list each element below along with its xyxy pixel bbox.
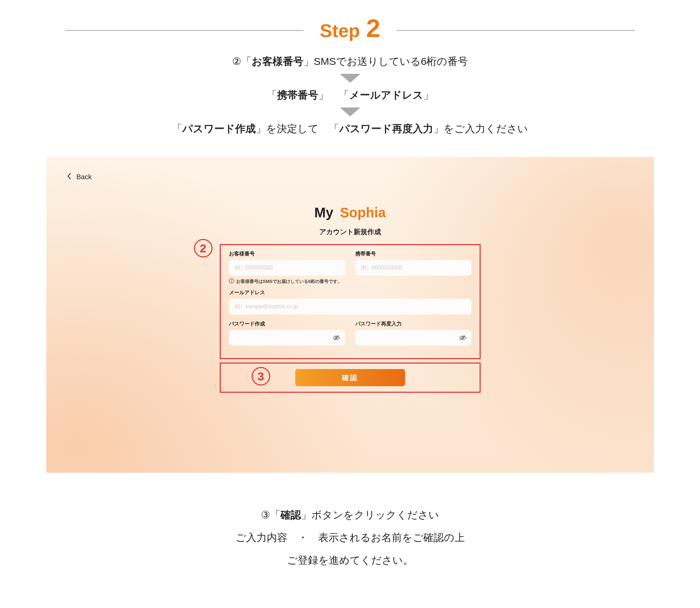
chevron-left-icon	[67, 173, 71, 181]
form-subtitle: アカウント新規作成	[220, 227, 481, 237]
step-label: Step 2	[320, 14, 380, 43]
text: ②「	[232, 56, 252, 67]
callout-3: 3	[252, 367, 270, 386]
back-button[interactable]: Back	[67, 173, 92, 181]
text: 」ボタンをクリックください	[301, 509, 439, 520]
text: 」をご入力ください	[433, 123, 528, 134]
password-field: パスワード作成	[229, 321, 345, 346]
step-word: Step	[320, 20, 360, 41]
phone-field: 携帯番号	[355, 251, 471, 276]
svg-point-2	[231, 279, 232, 280]
callout-2: 2	[194, 239, 213, 257]
customer-number-field: お客様番号	[229, 251, 345, 276]
app-screenshot: Back My Sophia アカウント新規作成 2 お客様番号 携帯番号	[46, 157, 654, 473]
footer-line-3: ご登録を進めてください。	[0, 549, 700, 572]
text: 「	[267, 89, 277, 101]
footer-instructions: ③「確認」ボタンをクリックください ご入力内容 ・ 表示されるお名前をご確認の上…	[0, 504, 700, 572]
password-confirm-label: パスワード再度入力	[355, 321, 471, 327]
eye-off-icon[interactable]	[333, 334, 340, 342]
text-bold: 携帯番号	[277, 89, 318, 101]
instruction-line-2: 「携帯番号」 「メールアドレス」	[0, 87, 700, 103]
phone-label: 携帯番号	[355, 251, 471, 257]
phone-input[interactable]	[355, 260, 471, 276]
text-bold: パスワード作成	[182, 123, 256, 134]
text-bold: パスワード再度入力	[339, 123, 433, 134]
step-header: Step 2	[65, 14, 635, 43]
email-field: メールアドレス	[229, 289, 471, 314]
instruction-line-1: ②「お客様番号」SMSでお送りしている6桁の番号	[0, 53, 700, 70]
brand-sophia: Sophia	[340, 205, 386, 220]
divider	[65, 30, 303, 31]
text-bold: メールアドレス	[349, 89, 423, 101]
confirm-button[interactable]: 確認	[295, 369, 405, 386]
form-card: My Sophia アカウント新規作成 2 お客様番号 携帯番号 お客	[220, 205, 481, 393]
customer-number-input[interactable]	[229, 260, 345, 276]
form-fields-box: 2 お客様番号 携帯番号 お客様番号はSMSでお届けしている6桁の番号です。	[220, 244, 481, 359]
step-number: 2	[366, 14, 380, 43]
email-label: メールアドレス	[229, 289, 471, 296]
password-input[interactable]	[229, 330, 345, 346]
text-bold: お客様番号	[252, 56, 303, 67]
password-confirm-field: パスワード再度入力	[355, 321, 471, 346]
footer-line-2: ご入力内容 ・ 表示されるお名前をご確認の上	[0, 526, 700, 549]
hint-text: お客様番号はSMSでお届けしている6桁の番号です。	[236, 278, 342, 285]
text: 」 「	[318, 89, 349, 101]
instruction-line-3: 「パスワード作成」を決定して 「パスワード再度入力」をご入力ください	[0, 121, 700, 137]
back-label: Back	[77, 173, 92, 181]
email-input[interactable]	[229, 299, 471, 314]
info-icon	[229, 278, 234, 285]
text: ③「	[261, 509, 280, 520]
arrow-down-icon	[340, 74, 360, 83]
password-confirm-input[interactable]	[355, 330, 471, 346]
footer-line-1: ③「確認」ボタンをクリックください	[0, 504, 700, 526]
eye-off-icon[interactable]	[459, 334, 467, 342]
arrow-down-icon	[340, 107, 360, 116]
customer-number-label: お客様番号	[229, 251, 345, 257]
text: 」SMSでお送りしている6桁の番号	[303, 56, 468, 67]
text: 」を決定して 「	[256, 123, 339, 134]
instruction-flow: ②「お客様番号」SMSでお送りしている6桁の番号 「携帯番号」 「メールアドレス…	[0, 53, 700, 137]
text: 「	[172, 123, 182, 134]
text-bold: 確認	[280, 509, 301, 520]
brand-title: My Sophia	[220, 205, 481, 220]
text: 」	[423, 89, 434, 101]
brand-my: My	[314, 205, 333, 220]
customer-number-hint: お客様番号はSMSでお届けしている6桁の番号です。	[229, 278, 471, 285]
svg-rect-1	[231, 280, 231, 282]
divider	[397, 30, 635, 31]
confirm-button-box: 3 確認	[220, 363, 481, 393]
password-label: パスワード作成	[229, 321, 345, 327]
